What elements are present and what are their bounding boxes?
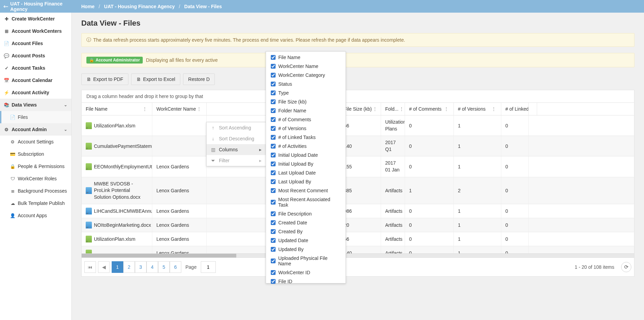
column-toggle[interactable]: Last Upload By <box>266 177 346 186</box>
column-checkbox[interactable] <box>271 126 276 131</box>
scrollbar-thumb[interactable] <box>82 254 236 258</box>
sidebar-item-workcenter-roles[interactable]: 🛡WorkCenter Roles <box>0 172 71 185</box>
export-excel-button[interactable]: 🗎 Export to Excel <box>131 73 180 85</box>
column-toggle[interactable]: WorkCenter Name <box>266 62 346 71</box>
column-menu-icon[interactable]: ⋮ <box>491 106 497 112</box>
column-checkbox[interactable] <box>271 270 276 275</box>
table-row[interactable]: NOItoBeginMarketing.docxLenox Gardens20A… <box>82 218 634 232</box>
column-checkbox[interactable] <box>271 211 276 216</box>
sidebar-item-account-posts[interactable]: 💬Account Posts <box>0 50 71 62</box>
column-toggle[interactable]: File Size (kb) <box>266 97 346 106</box>
sidebar-item-account-settings[interactable]: ⚙Account Settings <box>0 136 71 148</box>
group-drop-area[interactable]: Drag a column header and drop it here to… <box>81 90 634 103</box>
column-checkbox[interactable] <box>271 99 276 104</box>
column-header[interactable]: File Size (kb)⋮ <box>340 103 381 115</box>
export-pdf-button[interactable]: 🗎 Export to PDF <box>81 73 128 85</box>
breadcrumb-home[interactable]: Home <box>81 4 95 9</box>
column-toggle[interactable]: Initial Upload Date <box>266 151 346 159</box>
column-header[interactable]: WorkCenter Name⋮ <box>152 103 207 115</box>
column-checkbox[interactable] <box>271 82 276 86</box>
workcenter-switch[interactable]: 🡐 UAT - Housing Finance Agency <box>0 1 72 12</box>
column-toggle[interactable]: Updated By <box>266 245 346 254</box>
sidebar-item-account-activity[interactable]: ⚡Account Activity <box>0 86 71 99</box>
column-toggle[interactable]: Created By <box>266 227 346 236</box>
column-toggle[interactable]: Uploaded Physical File Name <box>266 254 346 268</box>
column-toggle[interactable]: Created Date <box>266 218 346 227</box>
sidebar-item-bulk-template-publish[interactable]: ☁Bulk Template Publish <box>0 197 71 209</box>
pager-page-input[interactable] <box>201 261 216 273</box>
column-checkbox[interactable] <box>271 144 276 149</box>
sidebar-item-account-apps[interactable]: 👤Account Apps <box>0 209 71 222</box>
column-checkbox[interactable] <box>271 188 276 193</box>
column-toggle[interactable]: Updated Date <box>266 236 346 245</box>
column-checkbox[interactable] <box>271 108 276 113</box>
ctx-sort-asc[interactable]: ↑Sort Ascending <box>207 122 266 133</box>
breadcrumb-leaf[interactable]: Data View - Files <box>184 4 222 9</box>
sidebar-item-account-files[interactable]: 📄Account Files <box>0 37 71 50</box>
column-checkbox[interactable] <box>271 64 276 69</box>
column-header[interactable]: # of Linked⋮ <box>501 103 529 115</box>
column-toggle[interactable]: File ID <box>266 277 346 286</box>
table-row[interactable]: Lenox Gardens140Artifacts010 <box>82 246 634 253</box>
create-workcenter[interactable]: ✚ Create WorkCenter <box>0 13 71 25</box>
sidebar-dataviews[interactable]: 📚 Data Views ⌄ <box>0 99 71 111</box>
column-menu-icon[interactable]: ⋮ <box>196 106 202 112</box>
column-checkbox[interactable] <box>271 220 276 225</box>
sidebar-item-account-calendar[interactable]: 📅Account Calendar <box>0 74 71 86</box>
column-checkbox[interactable] <box>271 55 276 60</box>
column-toggle[interactable]: # of Activities <box>266 142 346 151</box>
column-checkbox[interactable] <box>271 179 276 184</box>
column-toggle[interactable]: WorkCenter Category <box>266 71 346 80</box>
column-checkbox[interactable] <box>271 170 276 175</box>
column-checkbox[interactable] <box>271 229 276 234</box>
column-checkbox[interactable] <box>271 135 276 140</box>
column-header[interactable]: # of Comments⋮ <box>405 103 454 115</box>
pager-page-4[interactable]: 4 <box>146 261 158 273</box>
column-toggle[interactable]: # of Comments <box>266 115 346 124</box>
column-menu-icon[interactable]: ⋮ <box>142 106 148 112</box>
column-menu-icon[interactable]: ⋮ <box>443 106 449 112</box>
pager-page-6[interactable]: 6 <box>170 261 181 273</box>
column-toggle[interactable]: File Description <box>266 209 346 218</box>
pager-first[interactable]: ⏮ <box>84 261 96 273</box>
column-checkbox[interactable] <box>271 162 276 166</box>
column-toggle[interactable]: # of Linked Tasks <box>266 133 346 142</box>
restore-defaults-button[interactable]: Restore D <box>183 73 215 85</box>
pager-page-3[interactable]: 3 <box>135 261 146 273</box>
column-toggle[interactable]: Type <box>266 88 346 97</box>
sidebar-item-people-permissions[interactable]: 🔒People & Permissions <box>0 160 71 172</box>
pager-page-1[interactable]: 1 <box>112 261 123 273</box>
column-toggle[interactable]: File Name <box>266 53 346 62</box>
column-toggle[interactable]: WorkCenter ID <box>266 268 346 277</box>
column-header[interactable]: Fold...⋮ <box>381 103 405 115</box>
column-toggle[interactable]: Last Upload Date <box>266 168 346 177</box>
column-toggle[interactable]: Most Recent Associated Task <box>266 195 346 209</box>
column-checkbox[interactable] <box>271 200 276 205</box>
column-toggle[interactable]: Status <box>266 80 346 88</box>
table-row[interactable]: CumulativePaymentStateme1402017 Q1010 <box>82 136 634 156</box>
pager-page-2[interactable]: 2 <box>123 261 135 273</box>
sidebar-item-background-processes[interactable]: ≣Background Processes <box>0 185 71 197</box>
pager-page-5[interactable]: 5 <box>158 261 170 273</box>
column-checkbox[interactable] <box>271 73 276 78</box>
column-toggle[interactable]: Most Recent Comment <box>266 186 346 195</box>
table-row[interactable]: UtilizationPlan.xlsmLenox Gardens66Artif… <box>82 232 634 246</box>
column-checkbox[interactable] <box>271 247 276 252</box>
column-toggle[interactable]: Folder Name <box>266 106 346 115</box>
column-checkbox[interactable] <box>271 153 276 157</box>
column-checkbox[interactable] <box>271 117 276 122</box>
ctx-filter[interactable]: ⏷Filter ▸ <box>207 155 266 166</box>
column-checkbox[interactable] <box>271 91 276 95</box>
sidebar-item-account-tasks[interactable]: ✓Account Tasks <box>0 62 71 74</box>
sidebar-files[interactable]: 📄 Files <box>0 111 71 123</box>
breadcrumb-account[interactable]: UAT - Housing Finance Agency <box>104 4 175 9</box>
pager-prev[interactable]: ◀ <box>98 261 110 273</box>
column-checkbox[interactable] <box>271 279 276 284</box>
table-row[interactable]: UtilizationPlan.xlsm66Utilization Plans0… <box>82 115 634 136</box>
column-menu-icon[interactable]: ⋮ <box>372 106 378 112</box>
column-menu-icon[interactable]: ⋮ <box>398 106 405 112</box>
refresh-button[interactable]: ⟳ <box>621 262 631 272</box>
sidebar-item-account-workcenters[interactable]: ⊞Account WorkCenters <box>0 25 71 37</box>
ctx-sort-desc[interactable]: ↓Sort Descending <box>207 133 266 144</box>
column-checkbox[interactable] <box>271 259 276 263</box>
